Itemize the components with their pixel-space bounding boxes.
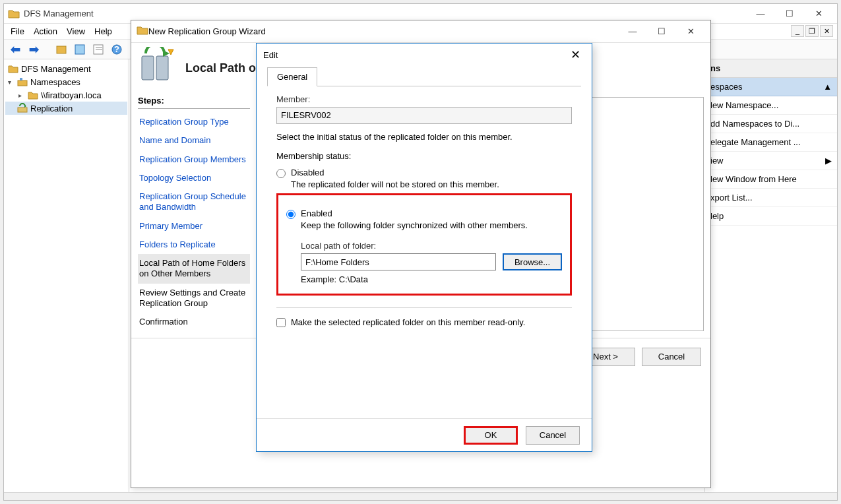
radio-enabled-label: Enabled (301, 208, 332, 218)
namespace-icon (17, 77, 28, 87)
wizard-window-controls: — ☐ ✕ (618, 22, 705, 41)
action-new-window[interactable]: lew Window from Here (705, 170, 837, 189)
edit-titlebar: Edit ✕ (257, 44, 592, 66)
step-folders-replicate[interactable]: Folders to Replicate (138, 236, 250, 254)
step-schedule-bandwidth[interactable]: Replication Group Schedule and Bandwidth (138, 187, 250, 217)
svg-rect-12 (156, 56, 168, 80)
close-icon[interactable]: ✕ (565, 46, 585, 63)
path-row: Browse... (301, 253, 562, 270)
path-label: Local path of folder: (301, 241, 562, 251)
mdi-close[interactable]: ✕ (820, 25, 833, 37)
actions-header: ns (705, 59, 837, 78)
edit-dialog: Edit ✕ General Member: FILESRV002 Select… (256, 43, 592, 452)
radio-enabled[interactable] (286, 210, 296, 219)
wizard-steps-panel: Steps: Replication Group Type Name and D… (131, 96, 257, 338)
chevron-right-icon[interactable]: ▸ (18, 92, 26, 99)
svg-rect-9 (18, 108, 27, 112)
steps-title: Steps: (138, 96, 250, 109)
action-new-namespace[interactable]: lew Namespace... (705, 96, 837, 115)
tree-namespace-item[interactable]: ▸ \\firatboyan.loca (5, 88, 127, 102)
readonly-checkbox[interactable] (276, 318, 286, 327)
enabled-highlight-box: Enabled Keep the following folder synchr… (276, 193, 572, 296)
forward-icon[interactable]: ➡ (26, 42, 41, 57)
member-field: FILESRV002 (276, 107, 572, 124)
svg-rect-7 (18, 80, 27, 86)
tree-namespaces[interactable]: ▾ Namespaces (5, 75, 127, 88)
radio-disabled-row[interactable]: Disabled (276, 168, 572, 178)
disabled-description: The replicated folder will not be stored… (291, 179, 572, 189)
radio-enabled-row[interactable]: Enabled (286, 208, 562, 219)
step-replication-group-type[interactable]: Replication Group Type (138, 113, 250, 131)
wizard-maximize[interactable]: ☐ (647, 22, 676, 41)
tree-root-label: DFS Management (21, 64, 91, 74)
svg-rect-11 (142, 56, 154, 80)
tree-replication-label: Replication (30, 104, 73, 113)
chevron-down-icon[interactable]: ▾ (8, 79, 16, 86)
browse-button[interactable]: Browse... (503, 253, 562, 270)
member-label: Member: (276, 94, 572, 104)
status-label: Membership status: (276, 151, 572, 161)
svg-marker-14 (168, 49, 173, 55)
tree-root[interactable]: DFS Management (5, 62, 127, 75)
step-local-path[interactable]: Local Path of Home Folders on Other Memb… (138, 254, 250, 284)
action-view[interactable]: iew▶ (705, 152, 837, 170)
action-add-namespaces[interactable]: dd Namespaces to Di... (705, 115, 837, 133)
enabled-description: Keep the following folder synchronized w… (301, 220, 562, 230)
wizard-cancel-button[interactable]: Cancel (642, 348, 701, 366)
toolbar-icon-1[interactable] (54, 42, 69, 57)
tree-replication[interactable]: Replication (5, 102, 127, 115)
toolbar-icon-3[interactable] (91, 42, 106, 57)
toolbar-icon-2[interactable] (73, 42, 87, 57)
server-folder-icon (28, 90, 38, 100)
action-export-list[interactable]: xport List... (705, 189, 837, 207)
step-group-members[interactable]: Replication Group Members (138, 150, 250, 169)
wizard-close[interactable]: ✕ (676, 22, 705, 41)
local-path-input[interactable] (301, 253, 496, 270)
readonly-row[interactable]: Make the selected replicated folder on t… (276, 317, 572, 327)
folder-icon (137, 24, 148, 38)
tab-strip: General (267, 67, 581, 86)
divider (276, 307, 572, 308)
minimize-button[interactable]: — (746, 5, 775, 23)
wizard-minimize[interactable]: — (618, 22, 647, 41)
step-topology[interactable]: Topology Selection (138, 169, 250, 187)
action-delegate-mgmt[interactable]: elegate Management ... (705, 133, 837, 152)
svg-rect-1 (75, 45, 84, 54)
wizard-window-title: New Replication Group Wizard (148, 26, 618, 36)
edit-cancel-button[interactable]: Cancel (526, 426, 580, 445)
main-window-controls: — ☐ ✕ (746, 5, 833, 23)
edit-body: General Member: FILESRV002 Select the in… (257, 66, 592, 418)
edit-footer: OK Cancel (257, 418, 592, 451)
folder-icon (8, 63, 18, 74)
actions-section[interactable]: espaces ▲ (705, 78, 837, 96)
chevron-right-icon: ▶ (825, 156, 832, 166)
step-name-domain[interactable]: Name and Domain (138, 131, 250, 150)
close-button[interactable]: ✕ (804, 5, 833, 23)
edit-dialog-title: Edit (263, 50, 278, 60)
main-window-title: DFS Management (24, 9, 746, 18)
help-icon[interactable]: ? (109, 42, 124, 57)
instruction-text: Select the initial status of the replica… (276, 132, 572, 142)
maximize-button[interactable]: ☐ (775, 5, 804, 23)
wizard-titlebar: New Replication Group Wizard — ☐ ✕ (131, 20, 710, 43)
tab-general[interactable]: General (267, 67, 317, 86)
mdi-minimize[interactable]: _ (791, 25, 804, 37)
radio-disabled[interactable] (276, 169, 286, 178)
ok-button[interactable]: OK (464, 426, 518, 445)
menu-action[interactable]: Action (34, 26, 57, 36)
mdi-restore[interactable]: ❐ (805, 25, 819, 37)
menu-view[interactable]: View (67, 26, 85, 36)
replication-wizard-icon (138, 47, 180, 89)
step-primary-member[interactable]: Primary Member (138, 217, 250, 236)
back-icon[interactable]: ⬅ (8, 42, 22, 57)
menu-help[interactable]: Help (94, 26, 112, 36)
mdi-window-controls: _ ❐ ✕ (791, 25, 833, 37)
path-example: Example: C:\Data (301, 274, 562, 284)
step-confirmation: Confirmation (138, 313, 250, 331)
action-help[interactable]: lelp (705, 207, 837, 226)
folder-icon (8, 8, 20, 20)
menu-file[interactable]: File (11, 26, 24, 36)
radio-disabled-label: Disabled (291, 168, 325, 177)
actions-panel: ns espaces ▲ lew Namespace... dd Namespa… (705, 59, 837, 492)
collapse-icon[interactable]: ▲ (823, 82, 832, 92)
